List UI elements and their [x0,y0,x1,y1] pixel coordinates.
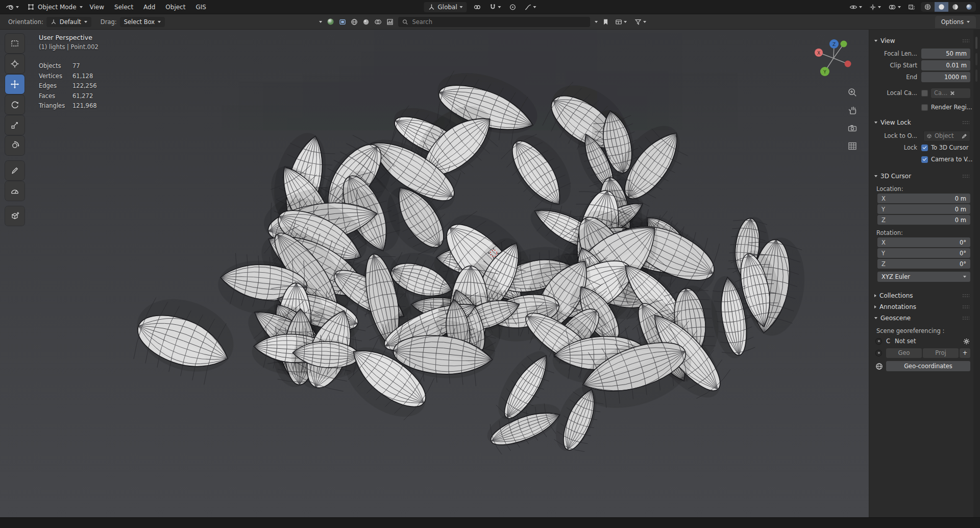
gear-icon[interactable] [963,338,970,345]
overlap-circles-icon[interactable] [374,18,382,26]
sidebar-tab-strip[interactable] [973,30,980,518]
filter-dropdown[interactable] [633,17,648,27]
proj-button[interactable]: Proj [923,348,959,358]
local-camera-field[interactable]: Ca... [931,88,970,98]
pivot-point-button[interactable] [472,3,483,12]
object-visibility-dropdown[interactable] [848,3,864,12]
proj-radio[interactable] [875,350,882,356]
shading-solid-button[interactable] [935,2,948,12]
ortho-toggle-button[interactable] [847,140,858,152]
options-dropdown[interactable]: Options [935,16,976,28]
add-crs-button[interactable]: + [960,348,970,358]
mode-selector[interactable]: Object Mode [26,1,84,13]
stat-label: Faces [39,91,72,102]
cursor-rotation-z-field[interactable]: Z 0° [877,259,970,269]
search-input[interactable] [411,18,586,26]
bookmark-icon[interactable] [602,18,609,26]
rotation-mode-dropdown[interactable]: XYZ Euler [877,272,970,282]
material-preview-icon[interactable] [327,18,334,26]
pan-button[interactable] [847,105,858,116]
clip-end-field[interactable]: 1000 m [921,72,970,82]
viewport-canvas[interactable] [0,30,869,518]
to-3d-cursor-checkbox[interactable] [921,145,928,151]
menu-view[interactable]: View [85,2,109,12]
tool-transform[interactable] [5,136,24,155]
tool-move[interactable] [5,75,24,94]
cursor-location-y-field[interactable]: Y 0 m [877,204,970,214]
panel-viewlock-header[interactable]: View Lock [873,117,970,128]
tool-measure[interactable] [5,181,24,201]
panel-grip[interactable] [962,294,969,298]
panel-grip[interactable] [962,174,969,178]
sidebar-tab-nub[interactable] [975,69,977,82]
crs-radio[interactable] [875,338,882,345]
options-chevron-icon [967,21,970,23]
panel-3dcursor-header[interactable]: 3D Cursor [873,171,970,181]
shading-material-button[interactable] [948,2,962,12]
focal-length-field[interactable]: 50 mm [921,49,970,59]
falloff-dropdown[interactable] [523,3,538,12]
xray-toggle-button[interactable] [906,3,917,12]
transform-orientation-dropdown[interactable]: Global [424,2,467,12]
zoom-icon [847,87,857,98]
menu-object[interactable]: Object [161,2,190,12]
stat-label: Edges [39,81,72,91]
snap-toggle-button[interactable] [488,3,503,12]
zoom-button[interactable] [847,87,858,98]
globe-display-icon[interactable] [351,18,358,26]
search-box[interactable] [398,17,590,27]
camera-to-view-checkbox[interactable] [921,156,928,163]
visibility-icon [849,4,857,11]
orientation-dropdown[interactable]: Default [46,17,91,27]
tool-scale[interactable] [5,115,24,135]
clip-start-field[interactable]: 0.01 m [921,60,970,70]
local-camera-checkbox[interactable] [921,90,928,97]
gizmo-axis-y-pos[interactable] [841,41,847,47]
menu-add[interactable]: Add [139,2,160,12]
tool-add-cube[interactable] [5,206,24,226]
cursor-location-x-field[interactable]: X 0 m [877,194,970,203]
gizmo-axis-x-pos[interactable] [845,61,851,67]
proportional-editing-button[interactable] [508,3,518,12]
menu-gis[interactable]: GIS [191,2,210,12]
camera-view-button[interactable] [847,123,858,134]
panel-grip[interactable] [962,121,969,125]
tool-select-box[interactable] [5,34,24,53]
cursor-rotation-y-field[interactable]: Y 0° [877,248,970,258]
blender-logo-button[interactable] [4,2,20,12]
shading-wireframe-button[interactable] [921,2,935,12]
panel-geoscene-header[interactable]: Geoscene [873,313,970,323]
gizmos-dropdown[interactable] [868,3,883,12]
eyedropper-icon[interactable] [962,133,967,139]
histogram-icon[interactable] [386,18,394,26]
cursor-rotation-x-field[interactable]: X 0° [877,237,970,247]
overlays-dropdown[interactable] [887,3,902,12]
panel-grip[interactable] [962,39,969,43]
clear-camera-icon[interactable] [950,91,954,95]
render-region-checkbox[interactable] [921,104,928,111]
tool-cursor[interactable] [5,54,24,74]
sidebar-tab-nub[interactable] [975,53,977,65]
panel-view-header[interactable]: View [873,36,970,46]
presets-chevron-icon[interactable] [595,21,598,23]
tool-settings-collapse-chevron[interactable] [319,21,322,23]
lock-object-field[interactable]: Object [923,131,970,141]
shading-rendered-button[interactable] [962,2,976,12]
geo-coordinates-button[interactable]: Geo-coordinates [886,361,970,371]
collections-visibility-dropdown[interactable] [614,17,628,27]
navigation-gizmo[interactable]: X Z Y [812,35,855,78]
cursor-location-z-field[interactable]: Z 0 m [877,215,970,225]
sidebar-tab-nub[interactable] [975,37,977,49]
panel-grip[interactable] [962,305,969,309]
viewport-display-icon[interactable] [339,18,346,26]
tool-annotate[interactable] [5,161,24,180]
drag-dropdown[interactable]: Select Box [120,17,165,27]
panel-annotations-header[interactable]: Annotations [873,302,970,312]
menu-select[interactable]: Select [110,2,138,12]
viewport-3d[interactable]: User Perspective (1) lights | Point.002 … [0,30,869,518]
matcap-sphere-icon[interactable] [362,18,370,26]
geo-button[interactable]: Geo [886,348,922,358]
panel-grip[interactable] [962,316,969,320]
tool-rotate[interactable] [5,95,24,114]
panel-collections-header[interactable]: Collections [873,291,970,301]
